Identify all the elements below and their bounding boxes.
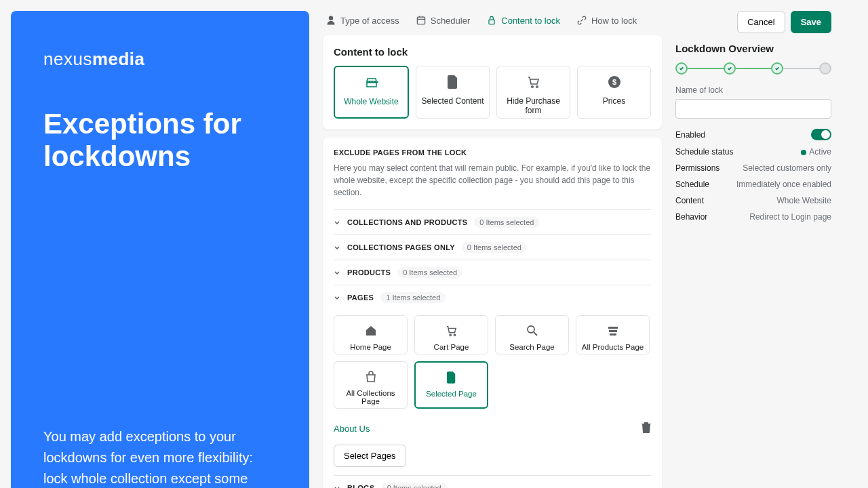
cart-icon xyxy=(446,325,458,337)
svg-rect-11 xyxy=(610,333,616,336)
page-option-cart[interactable]: Cart Page xyxy=(414,315,488,354)
step-4 xyxy=(819,62,831,75)
search-icon xyxy=(526,325,538,337)
marketing-side-panel: nexusmedia Exceptions for lockdowns You … xyxy=(11,11,309,488)
check-icon xyxy=(727,66,732,71)
svg-text:$: $ xyxy=(612,78,616,86)
count-badge: 0 Items selected xyxy=(382,483,447,488)
status-dot-icon xyxy=(801,150,806,155)
wizard-tabs: Type of access Scheduler Content to lock… xyxy=(323,11,662,35)
enabled-toggle[interactable] xyxy=(811,129,831,140)
content-to-lock-card: Content to lock Whole Website Selected C… xyxy=(323,35,662,129)
cancel-button[interactable]: Cancel xyxy=(737,11,785,33)
page-option-search[interactable]: Search Page xyxy=(495,315,569,354)
tab-scheduler[interactable]: Scheduler xyxy=(416,15,471,26)
dollar-icon: $ xyxy=(608,76,620,88)
step-1 xyxy=(675,62,688,75)
bag-icon xyxy=(365,371,377,383)
stack-icon xyxy=(607,325,619,337)
selected-page-row: About Us xyxy=(334,418,651,445)
option-whole-website[interactable]: Whole Website xyxy=(334,66,409,119)
step-3 xyxy=(771,62,783,75)
check-icon xyxy=(679,66,684,71)
lock-icon xyxy=(486,15,497,26)
page-option-all-collections[interactable]: All Collections Page xyxy=(334,361,408,409)
page-option-home[interactable]: Home Page xyxy=(334,315,408,354)
step-2 xyxy=(724,62,736,75)
person-icon xyxy=(326,15,336,26)
acc-products[interactable]: PRODUCTS 0 Items selected xyxy=(334,260,651,285)
option-hide-purchase[interactable]: Hide Purchase form xyxy=(496,66,570,119)
lockdown-overview-panel: Lockdown Overview Name of lock Enabled S… xyxy=(675,43,831,225)
count-badge: 0 Items selected xyxy=(474,217,539,228)
chevron-up-icon xyxy=(334,219,340,226)
exclude-pages-card: EXCLUDE PAGES FROM THE LOCK Here you may… xyxy=(323,138,662,488)
home-icon xyxy=(365,325,377,337)
link-icon xyxy=(576,15,587,26)
acc-collections-products[interactable]: COLLECTIONS AND PRODUCTS 0 Items selecte… xyxy=(334,209,651,235)
file-icon xyxy=(447,371,456,384)
svg-rect-1 xyxy=(489,20,494,24)
tab-how-to-lock[interactable]: How to lock xyxy=(576,15,637,26)
chevron-up-icon xyxy=(334,244,340,251)
name-label: Name of lock xyxy=(675,85,831,95)
tab-content-to-lock[interactable]: Content to lock xyxy=(486,15,560,26)
svg-rect-9 xyxy=(608,327,618,329)
page-option-selected-page[interactable]: Selected Page xyxy=(414,361,488,409)
select-pages-button[interactable]: Select Pages xyxy=(334,445,406,467)
svg-point-3 xyxy=(536,86,538,88)
progress-stepper xyxy=(675,62,831,75)
count-badge: 0 Items selected xyxy=(397,267,462,278)
chevron-up-icon xyxy=(334,269,340,276)
acc-pages[interactable]: PAGES 1 Items selected xyxy=(334,285,651,310)
count-badge: 1 Items selected xyxy=(380,292,446,303)
svg-point-2 xyxy=(531,86,533,88)
panel-title: Exceptions for lockdowns xyxy=(43,108,277,174)
acc-blogs[interactable]: BLOGS 0 Items selected xyxy=(334,475,651,488)
svg-point-6 xyxy=(450,334,451,336)
brand-logo: nexusmedia xyxy=(43,49,277,70)
svg-point-8 xyxy=(528,326,534,333)
lock-name-input[interactable] xyxy=(675,99,831,119)
delete-page-button[interactable] xyxy=(642,422,651,435)
tab-type-of-access[interactable]: Type of access xyxy=(326,15,399,26)
panel-description: You may add exceptions to your lockdowns… xyxy=(43,426,277,488)
card-title: Content to lock xyxy=(334,46,651,58)
page-option-all-products[interactable]: All Products Page xyxy=(576,315,650,354)
trash-icon xyxy=(642,422,651,433)
option-selected-content[interactable]: Selected Content xyxy=(416,66,490,119)
svg-point-7 xyxy=(454,334,455,336)
chevron-up-icon xyxy=(334,485,340,488)
exclude-description: Here you may select content that will re… xyxy=(334,162,651,199)
exclude-title: EXCLUDE PAGES FROM THE LOCK xyxy=(334,148,651,157)
selected-page-name: About Us xyxy=(334,424,370,434)
svg-rect-0 xyxy=(417,17,425,24)
cart-icon xyxy=(527,75,540,89)
check-icon xyxy=(774,66,780,71)
file-icon xyxy=(448,75,458,89)
save-button[interactable]: Save xyxy=(791,11,831,33)
overview-title: Lockdown Overview xyxy=(675,43,831,54)
option-prices[interactable]: $ Prices xyxy=(577,66,651,119)
chevron-down-icon xyxy=(334,294,340,301)
count-badge: 0 Items selected xyxy=(462,242,527,253)
acc-collections-pages[interactable]: COLLECTIONS PAGES ONLY 0 Items selected xyxy=(334,235,651,260)
svg-rect-10 xyxy=(609,330,617,332)
calendar-icon xyxy=(416,15,427,26)
store-icon xyxy=(365,76,378,89)
